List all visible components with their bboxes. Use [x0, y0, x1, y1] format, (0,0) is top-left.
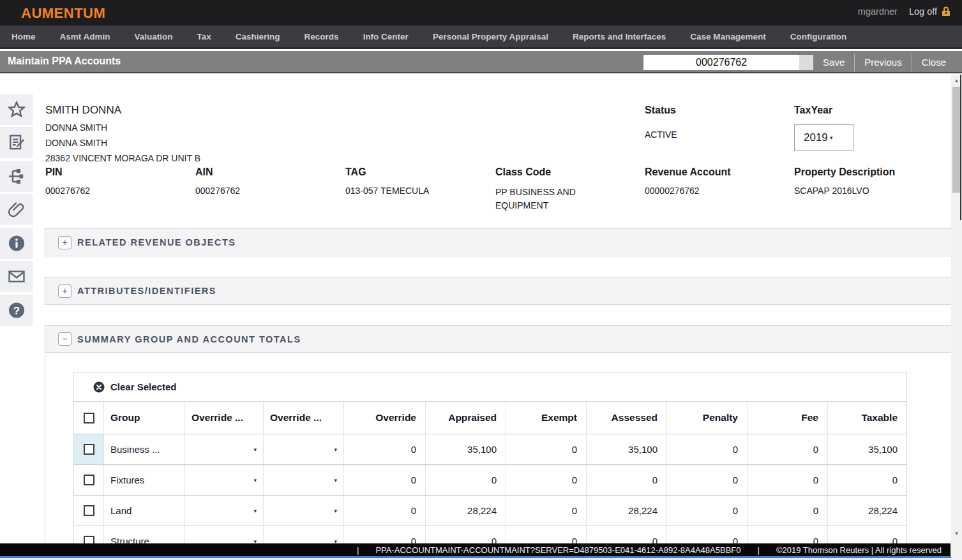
override-dropdown[interactable]: ▾ — [264, 496, 344, 526]
nav-item-configuration[interactable]: Configuration — [790, 32, 846, 41]
value-cell-fee: 0 — [748, 465, 828, 495]
value-cell-override: 0 — [344, 496, 426, 526]
override-dropdown[interactable]: ▾ — [185, 496, 264, 526]
summary-table-body: Business ...▾▾035,100035,1000035,100Fixt… — [74, 434, 906, 556]
save-button[interactable]: Save — [813, 57, 854, 68]
row-checkbox[interactable] — [84, 505, 94, 516]
value-cell-exempt: 0 — [506, 496, 587, 526]
favorites-star-icon[interactable] — [0, 94, 33, 125]
class-code-value: PP BUSINESS AND EQUIPMENT — [495, 186, 597, 212]
nav-item-info-center[interactable]: Info Center — [363, 32, 409, 41]
chevron-down-icon: ▾ — [253, 446, 257, 453]
attachment-paperclip-icon[interactable] — [0, 194, 33, 225]
help-icon[interactable]: ? — [0, 295, 33, 326]
row-select-cell — [74, 496, 104, 526]
value-cell-penalty: 0 — [667, 465, 748, 495]
clear-selected-button[interactable]: Clear Selected — [110, 381, 176, 392]
status-label: Status — [645, 105, 676, 116]
select-all-cell — [74, 402, 104, 434]
tag-value: 013-057 TEMECULA — [345, 186, 429, 196]
table-toolbar: Clear Selected — [74, 372, 906, 402]
collapse-icon[interactable]: − — [58, 332, 71, 346]
top-bar: AUMENTUM mgardner Log off — [0, 0, 962, 26]
override-dropdown[interactable]: ▾ — [185, 434, 264, 464]
taxyear-label: TaxYear — [794, 105, 832, 116]
hierarchy-tree-icon[interactable] — [0, 161, 33, 192]
nav-item-cashiering[interactable]: Cashiering — [236, 32, 280, 41]
section-label: RELATED REVENUE OBJECTS — [77, 237, 236, 247]
window-edge — [960, 75, 961, 220]
column-header-group: Group — [104, 402, 185, 434]
taxyear-select[interactable]: 2019 ▾ — [794, 124, 853, 151]
alt-name-1: DONNA SMITH — [45, 122, 107, 133]
username-label: mgardner — [858, 6, 898, 17]
column-header-fee: Fee — [748, 402, 828, 434]
previous-button[interactable]: Previous — [855, 57, 911, 68]
logoff-link[interactable]: Log off — [909, 6, 951, 17]
section-related-revenue-objects: + RELATED REVENUE OBJECTS — [45, 228, 952, 256]
value-cell-appraised: 35,100 — [426, 434, 506, 464]
value-cell-taxable: 35,100 — [828, 434, 906, 464]
scroll-down-icon[interactable]: ▼ — [951, 531, 962, 536]
nav-item-home[interactable]: Home — [11, 32, 36, 41]
pin-value: 000276762 — [45, 186, 90, 196]
chevron-down-icon: ▾ — [334, 508, 337, 514]
chevron-down-icon: ▾ — [253, 508, 257, 514]
value-cell-appraised: 28,224 — [426, 496, 506, 526]
app-window: AUMENTUM mgardner Log off HomeAsmt Admin… — [0, 0, 962, 560]
edit-document-icon[interactable] — [0, 127, 33, 158]
close-button[interactable]: Close — [912, 57, 956, 68]
nav-item-tax[interactable]: Tax — [197, 32, 211, 41]
nav-item-case-management[interactable]: Case Management — [690, 32, 766, 41]
account-number-input[interactable] — [643, 55, 799, 70]
value-cell-exempt: 0 — [506, 465, 587, 495]
row-select-cell — [74, 465, 104, 495]
revenue-account-label: Revenue Account — [645, 166, 731, 178]
logoff-label: Log off — [909, 6, 937, 17]
revenue-account-value: 00000276762 — [645, 186, 700, 196]
expand-icon[interactable]: + — [58, 284, 71, 298]
pin-label: PIN — [45, 166, 63, 178]
column-header-penalty: Penalty — [667, 402, 748, 434]
summary-table: Clear Selected GroupOverride ...Override… — [73, 372, 907, 557]
ain-value: 000276762 — [195, 186, 240, 196]
nav-item-reports-and-interfaces[interactable]: Reports and Interfaces — [573, 32, 666, 41]
status-bar: | PPA-ACCOUNTMAINT-ACCOUNTMAINT?SERVER=D… — [0, 543, 951, 556]
value-cell-assessed: 28,224 — [587, 496, 667, 526]
svg-text:?: ? — [13, 305, 20, 317]
nav-item-valuation[interactable]: Valuation — [135, 32, 173, 41]
column-header-assessed: Assessed — [587, 402, 667, 434]
status-value: ACTIVE — [645, 129, 677, 140]
ain-label: AIN — [195, 166, 213, 178]
chevron-down-icon: ▾ — [334, 446, 337, 453]
column-header-override-: Override ... — [185, 402, 264, 434]
nav-item-records[interactable]: Records — [304, 32, 339, 41]
info-icon[interactable] — [0, 228, 33, 259]
override-dropdown[interactable]: ▾ — [264, 465, 344, 495]
chevron-down-icon: ▾ — [253, 477, 257, 483]
value-cell-penalty: 0 — [667, 496, 748, 526]
account-lookup-button[interactable] — [799, 55, 813, 70]
row-checkbox[interactable] — [84, 475, 94, 485]
override-dropdown[interactable]: ▾ — [264, 434, 344, 464]
summary-table-header: GroupOverride ...Override ...OverrideApp… — [74, 402, 906, 434]
value-cell-override: 0 — [344, 465, 426, 495]
row-checkbox[interactable] — [84, 444, 94, 455]
nav-item-personal-property-appraisal[interactable]: Personal Property Appraisal — [433, 32, 548, 41]
expand-icon[interactable]: + — [58, 236, 71, 249]
column-header-appraised: Appraised — [426, 402, 506, 434]
value-cell-assessed: 35,100 — [587, 434, 667, 464]
lock-icon — [942, 6, 951, 17]
nav-item-asmt-admin[interactable]: Asmt Admin — [60, 32, 110, 41]
value-cell-exempt: 0 — [506, 434, 587, 464]
section-label: SUMMARY GROUP AND ACCOUNT TOTALS — [77, 334, 301, 344]
column-header-override-: Override ... — [264, 402, 344, 434]
main-nav: HomeAsmt AdminValuationTaxCashieringReco… — [0, 26, 962, 49]
select-all-checkbox[interactable] — [84, 413, 94, 424]
chevron-down-icon: ▾ — [334, 477, 337, 483]
group-cell: Land — [104, 496, 185, 526]
override-dropdown[interactable]: ▾ — [185, 465, 264, 495]
value-cell-fee: 0 — [748, 434, 828, 464]
mail-icon[interactable] — [0, 261, 33, 292]
row-select-cell — [74, 434, 104, 464]
